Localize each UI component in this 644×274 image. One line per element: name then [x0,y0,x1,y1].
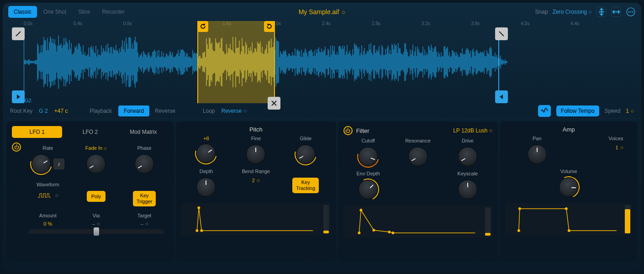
mode-classic[interactable]: Classic [8,6,37,18]
resonance-label: Resonance [405,138,431,144]
pitch-title: Pitch [181,126,331,133]
more-icon[interactable] [626,7,636,17]
drive-knob[interactable] [458,147,477,166]
keyscale-label: Keyscale [458,171,478,177]
loop-mode[interactable]: Reverse◇ [222,108,247,114]
rootkey-label: Root Key [10,108,32,114]
svg-point-14 [391,232,394,234]
speed-value[interactable]: 1◇ [626,108,634,114]
svg-point-7 [195,229,198,232]
fade-label[interactable]: Fade In ◇ [85,145,107,152]
follow-tempo-button[interactable]: Follow Tempo [556,105,599,116]
snap-value[interactable]: Zero Crossing◇ [553,9,592,15]
sample-title[interactable]: My Sample.aif ◇ [299,8,346,16]
rate-label: Rate [42,145,53,152]
pan-knob[interactable] [528,145,547,164]
horizontal-zoom-icon[interactable] [611,7,621,17]
tab-lfo2[interactable]: LFO 2 [65,126,115,138]
speed-label: Speed [605,108,621,114]
filter-title: Filter [356,127,370,134]
loop-region[interactable] [197,21,275,103]
voices-value[interactable]: 1◇ [615,145,623,150]
coarse-value: +8 [203,136,209,141]
keyscale-knob[interactable] [458,180,477,199]
pan-label: Pan [533,136,542,142]
filter-power-button[interactable]: ⏻ [343,126,353,135]
cutoff-knob[interactable] [359,147,378,166]
fade-in-handle[interactable] [12,27,25,40]
key-trigger-button[interactable]: KeyTrigger [133,191,156,206]
amount-label: Amount [39,213,57,218]
waveform-display [24,30,627,94]
crossfade-handle[interactable] [268,97,280,110]
mode-recorder[interactable]: Recorder [96,6,130,18]
rootkey-tune[interactable]: +47 c [54,108,68,114]
title-caret-icon: ◇ [342,10,345,15]
svg-point-15 [517,229,520,232]
coarse-knob[interactable] [196,144,216,163]
svg-point-8 [197,206,200,209]
amount-slider[interactable] [28,229,164,234]
svg-point-1 [628,11,630,13]
volume-knob[interactable] [559,178,578,197]
sync-button[interactable]: ♪ [53,158,64,169]
via-label: Via [93,213,100,218]
filter-envelope[interactable] [343,206,493,237]
tab-modmatrix[interactable]: Mod Matrix [118,126,169,138]
fine-label: Fine [251,136,261,142]
amount-value: 0 % [43,221,52,227]
end-handle[interactable] [495,90,508,103]
playback-forward[interactable]: Forward [118,105,149,116]
phase-label: Phase [137,145,152,152]
poly-button[interactable]: Poly [87,191,106,202]
waveform-label: Waveform [37,182,59,188]
loop-start-handle[interactable] [197,21,208,32]
drive-label: Drive [462,138,474,144]
bendrange-label: Bend Range [242,169,270,175]
playback-label: Playback [90,108,112,114]
pitch-envelope[interactable] [181,203,331,235]
playback-reverse[interactable]: Reverse [149,105,181,116]
phase-knob[interactable] [135,154,154,174]
rate-knob[interactable] [32,154,51,174]
svg-point-16 [518,207,521,210]
filter-type[interactable]: LP 12dB Lush◇ [453,127,492,134]
lfo-panel: LFO 1 LFO 2 Mod Matrix ⏻ Rate ♪ Fade In … [6,121,174,261]
waveform-rootkey: G2 [25,98,32,103]
waveform-editor[interactable]: 0.0s0.4s0.8s1.6s2.0s2.4s2.8s3.2s3.6s4.0s… [8,21,636,103]
depth-knob[interactable] [196,178,216,197]
fade-knob[interactable] [86,154,106,174]
target-label: Target [137,213,152,218]
amp-panel: Amp Pan Voices1◇ Volume [500,121,638,261]
bendrange-value[interactable]: 2◇ [252,178,260,183]
mode-slice[interactable]: Slice [73,6,95,18]
vertical-zoom-icon[interactable] [596,7,607,17]
start-handle[interactable] [12,90,25,103]
key-tracking-button[interactable]: KeyTracking [292,178,319,193]
mode-oneshot[interactable]: One Shot [38,6,72,18]
resonance-knob[interactable] [408,147,428,166]
rootkey-note[interactable]: G 2 [39,108,48,114]
svg-point-13 [388,231,391,233]
snap-label: Snap [535,9,548,15]
svg-point-17 [565,207,568,210]
glide-knob[interactable] [296,145,315,164]
tab-lfo1[interactable]: LFO 1 [12,126,62,138]
glide-label: Glide [300,136,311,142]
lfo-power-button[interactable]: ⏻ [12,142,21,152]
sample-name: My Sample.aif [299,8,339,16]
filter-panel: ⏻ Filter LP 12dB Lush◇ Cutoff Resonance … [338,121,498,261]
amp-envelope[interactable] [505,203,632,235]
amp-title: Amp [505,126,632,133]
waveform-select[interactable]: ◇ [37,191,58,200]
via-select[interactable]: –◇ [92,221,100,227]
fine-knob[interactable] [246,145,265,164]
fade-out-handle[interactable] [495,27,508,40]
mode-selector: Classic One Shot Slice Recorder [8,6,130,18]
envdepth-knob[interactable] [359,180,378,199]
svg-point-18 [568,229,570,232]
target-select[interactable]: –◇ [141,221,148,227]
loop-end-handle[interactable] [264,21,275,32]
flex-icon[interactable] [538,105,551,117]
voices-label: Voices [608,136,623,142]
